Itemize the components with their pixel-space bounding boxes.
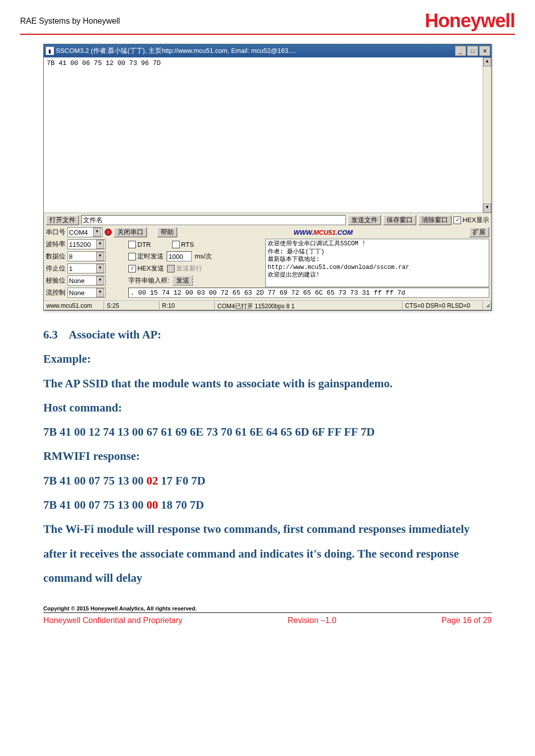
interval-input[interactable]: [167, 251, 192, 261]
stopbits-label: 停止位: [46, 264, 65, 273]
minimize-button[interactable]: _: [455, 46, 466, 56]
example-text: The AP SSID that the module wants to ass…: [43, 377, 393, 390]
databits-label: 数据位: [46, 252, 65, 261]
page-footer: Copyright © 2015 Honeywell Analytics, Al…: [20, 605, 515, 625]
status-recv: R:10: [160, 301, 215, 310]
status-indicator-icon: [105, 229, 112, 236]
hex-input[interactable]: [128, 288, 489, 298]
response-label: RMWIFI response:: [43, 450, 140, 462]
host-command-hex: 7B 41 00 12 74 13 00 67 61 69 6E 73 70 6…: [43, 426, 375, 438]
flow-select[interactable]: None▼: [67, 288, 106, 298]
response-1: 7B 41 00 07 75 13 00 02 17 F0 7D: [43, 469, 492, 493]
footer-center: Revision –1.0: [288, 616, 337, 625]
open-file-button[interactable]: 打开文件: [46, 215, 79, 225]
footer-left: Honeywell Confidential and Proprietary: [43, 616, 183, 625]
document-content: 6.3 Associate with AP: Example: The AP S…: [43, 323, 492, 590]
port-label: 串口号: [46, 228, 65, 237]
sscom-window: ▮ SSCOM3.2 (作者:聂小猛(丁丁), 主页http://www.mcu…: [43, 44, 492, 311]
hex-display-checkbox[interactable]: ✓HEX显示: [453, 216, 489, 225]
copyright: Copyright © 2015 Honeywell Analytics, Al…: [43, 605, 492, 613]
clear-window-button[interactable]: 清除窗口: [418, 215, 451, 225]
send-newline-checkbox[interactable]: 发送新行: [167, 264, 202, 273]
hex-send-checkbox[interactable]: ✓HEX发送: [128, 264, 164, 273]
window-title: SSCOM3.2 (作者:聂小猛(丁丁), 主页http://www.mcu51…: [56, 46, 455, 55]
send-file-button[interactable]: 发送文件: [348, 215, 381, 225]
resize-grip-icon[interactable]: ◢: [483, 301, 491, 310]
host-command-label: Host command:: [43, 401, 122, 414]
baud-label: 波特率: [46, 240, 65, 249]
dtr-checkbox[interactable]: DTR: [128, 241, 151, 248]
status-url: www.mcu51.com: [44, 301, 104, 310]
example-label: Example:: [43, 353, 91, 365]
scroll-down-icon[interactable]: ▼: [483, 203, 491, 213]
parity-select[interactable]: None▼: [67, 276, 106, 286]
help-button[interactable]: 帮助: [157, 227, 177, 237]
section-title: Associate with AP:: [68, 328, 161, 341]
scrollbar[interactable]: ▲ ▼: [483, 57, 491, 213]
app-icon: ▮: [46, 47, 54, 55]
statusbar: www.mcu51.com S:25 R:10 COM4已打开 115200bp…: [44, 301, 491, 310]
response-2: 7B 41 00 07 75 13 00 00 18 70 7D: [43, 493, 492, 517]
footer-right: Page 16 of 29: [441, 616, 492, 625]
port-select[interactable]: COM4▼: [67, 227, 103, 237]
output-area: 7B 41 00 06 75 12 00 73 96 7D ▲ ▼: [44, 57, 491, 213]
expand-button[interactable]: 扩展: [469, 227, 489, 237]
info-box: 欢迎使用专业串口调试工具SSCOM ! 作者: 聂小猛(丁丁) 最新版本下载地址…: [265, 239, 489, 287]
explanation-para: The Wi-Fi module will response two comma…: [43, 523, 470, 584]
send-button[interactable]: 发送: [173, 276, 193, 286]
page-header: RAE Systems by Honeywell Honeywell: [20, 10, 515, 35]
output-text: 7B 41 00 06 75 12 00 73 96 7D: [47, 59, 161, 67]
databits-select[interactable]: 8▼: [67, 251, 106, 261]
parity-label: 校验位: [46, 276, 65, 285]
stopbits-select[interactable]: 1▼: [67, 263, 106, 273]
status-ctrl: CTS=0 DSR=0 RLSD=0: [403, 301, 483, 310]
header-company: RAE Systems by Honeywell: [20, 17, 120, 26]
scroll-up-icon[interactable]: ▲: [483, 57, 491, 66]
section-number: 6.3: [43, 328, 58, 341]
mcu-link[interactable]: WWW.MCU51.COM: [179, 229, 467, 236]
input-label: 字符串输入框:: [128, 276, 170, 285]
rts-checkbox[interactable]: RTS: [172, 241, 194, 248]
flow-label: 流控制: [46, 288, 65, 297]
status-port: COM4已打开 115200bps 8 1: [215, 301, 403, 310]
baud-select[interactable]: 115200▼: [67, 239, 106, 249]
honeywell-logo: Honeywell: [425, 10, 515, 32]
maximize-button[interactable]: □: [467, 46, 478, 56]
timer-send-checkbox[interactable]: 定时发送: [128, 252, 164, 261]
save-window-button[interactable]: 保存窗口: [383, 215, 416, 225]
close-port-button[interactable]: 关闭串口: [114, 227, 147, 237]
close-button[interactable]: ✕: [479, 46, 490, 56]
titlebar: ▮ SSCOM3.2 (作者:聂小猛(丁丁), 主页http://www.mcu…: [44, 44, 491, 57]
filename-input[interactable]: [81, 215, 346, 225]
interval-unit: ms/次: [195, 252, 212, 261]
status-sent: S:25: [104, 301, 160, 310]
